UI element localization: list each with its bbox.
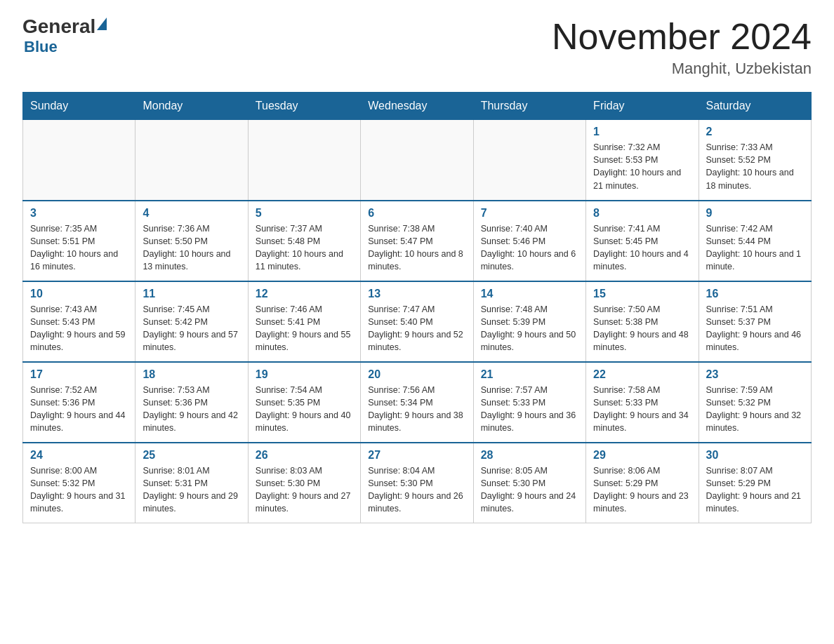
day-info: Sunrise: 7:41 AM Sunset: 5:45 PM Dayligh… [593,224,689,271]
day-number: 24 [30,449,128,462]
day-cell: 16Sunrise: 7:51 AM Sunset: 5:37 PM Dayli… [699,281,811,362]
day-cell [23,120,135,201]
day-number: 6 [368,207,465,220]
day-cell: 8Sunrise: 7:41 AM Sunset: 5:45 PM Daylig… [586,201,699,281]
day-cell: 10Sunrise: 7:43 AM Sunset: 5:43 PM Dayli… [23,281,135,362]
day-info: Sunrise: 8:07 AM Sunset: 5:29 PM Dayligh… [706,466,802,514]
logo-blue: Blue [24,38,58,56]
day-number: 9 [706,207,804,220]
day-cell: 30Sunrise: 8:07 AM Sunset: 5:29 PM Dayli… [699,443,811,523]
day-number: 27 [368,449,465,462]
day-cell: 3Sunrise: 7:35 AM Sunset: 5:51 PM Daylig… [23,201,135,281]
day-info: Sunrise: 7:51 AM Sunset: 5:37 PM Dayligh… [706,304,802,352]
day-cell: 6Sunrise: 7:38 AM Sunset: 5:47 PM Daylig… [361,201,473,281]
day-info: Sunrise: 8:01 AM Sunset: 5:31 PM Dayligh… [143,466,238,514]
day-number: 18 [143,368,240,381]
day-number: 22 [593,368,691,381]
day-number: 15 [593,288,691,300]
day-info: Sunrise: 7:45 AM Sunset: 5:42 PM Dayligh… [143,304,238,352]
day-info: Sunrise: 7:42 AM Sunset: 5:44 PM Dayligh… [706,224,802,271]
day-info: Sunrise: 8:00 AM Sunset: 5:32 PM Dayligh… [30,466,126,514]
page-header: General Blue November 2024 Manghit, Uzbe… [22,17,812,78]
day-info: Sunrise: 8:03 AM Sunset: 5:30 PM Dayligh… [256,466,351,514]
day-cell: 12Sunrise: 7:46 AM Sunset: 5:41 PM Dayli… [248,281,360,362]
day-info: Sunrise: 7:54 AM Sunset: 5:35 PM Dayligh… [256,385,351,433]
day-cell [135,120,248,201]
day-cell: 27Sunrise: 8:04 AM Sunset: 5:30 PM Dayli… [361,443,473,523]
day-info: Sunrise: 7:56 AM Sunset: 5:34 PM Dayligh… [368,385,463,433]
day-cell: 25Sunrise: 8:01 AM Sunset: 5:31 PM Dayli… [135,443,248,523]
day-number: 4 [143,207,240,220]
day-number: 17 [30,368,128,381]
day-info: Sunrise: 7:37 AM Sunset: 5:48 PM Dayligh… [256,224,343,271]
day-info: Sunrise: 7:32 AM Sunset: 5:53 PM Dayligh… [593,142,681,190]
day-cell [473,120,585,201]
week-row-2: 3Sunrise: 7:35 AM Sunset: 5:51 PM Daylig… [23,201,812,281]
weekday-header-saturday: Saturday [699,93,811,120]
day-cell: 23Sunrise: 7:59 AM Sunset: 5:32 PM Dayli… [699,362,811,443]
day-number: 23 [706,368,804,381]
week-row-4: 17Sunrise: 7:52 AM Sunset: 5:36 PM Dayli… [23,362,812,443]
day-cell: 22Sunrise: 7:58 AM Sunset: 5:33 PM Dayli… [586,362,699,443]
day-info: Sunrise: 7:52 AM Sunset: 5:36 PM Dayligh… [30,385,126,433]
day-cell: 24Sunrise: 8:00 AM Sunset: 5:32 PM Dayli… [23,443,135,523]
day-number: 26 [256,449,353,462]
day-info: Sunrise: 7:57 AM Sunset: 5:33 PM Dayligh… [481,385,576,433]
day-cell: 14Sunrise: 7:48 AM Sunset: 5:39 PM Dayli… [473,281,585,362]
day-info: Sunrise: 7:48 AM Sunset: 5:39 PM Dayligh… [481,304,576,352]
day-number: 11 [143,288,240,300]
week-row-5: 24Sunrise: 8:00 AM Sunset: 5:32 PM Dayli… [23,443,812,523]
day-info: Sunrise: 7:38 AM Sunset: 5:47 PM Dayligh… [368,224,463,271]
day-cell [361,120,473,201]
day-number: 19 [256,368,353,381]
day-cell: 9Sunrise: 7:42 AM Sunset: 5:44 PM Daylig… [699,201,811,281]
weekday-header-friday: Friday [586,93,699,120]
day-info: Sunrise: 7:46 AM Sunset: 5:41 PM Dayligh… [256,304,351,352]
day-number: 8 [593,207,691,220]
day-cell: 2Sunrise: 7:33 AM Sunset: 5:52 PM Daylig… [699,120,811,201]
logo-triangle-icon [97,18,107,30]
day-number: 28 [481,449,578,462]
day-info: Sunrise: 7:59 AM Sunset: 5:32 PM Dayligh… [706,385,802,433]
logo-general: General [22,17,95,36]
day-info: Sunrise: 7:43 AM Sunset: 5:43 PM Dayligh… [30,304,126,352]
day-info: Sunrise: 8:06 AM Sunset: 5:29 PM Dayligh… [593,466,689,514]
weekday-header-wednesday: Wednesday [361,93,473,120]
day-number: 12 [256,288,353,300]
weekday-header-monday: Monday [135,93,248,120]
day-number: 30 [706,449,804,462]
day-cell: 11Sunrise: 7:45 AM Sunset: 5:42 PM Dayli… [135,281,248,362]
month-title: November 2024 [552,17,812,57]
weekday-header-tuesday: Tuesday [248,93,360,120]
day-number: 13 [368,288,465,300]
day-number: 16 [706,288,804,300]
logo: General Blue [22,17,107,56]
day-number: 25 [143,449,240,462]
title-area: November 2024 Manghit, Uzbekistan [552,17,812,78]
day-number: 2 [706,126,804,138]
day-number: 21 [481,368,578,381]
day-info: Sunrise: 7:50 AM Sunset: 5:38 PM Dayligh… [593,304,689,352]
day-number: 20 [368,368,465,381]
day-cell: 4Sunrise: 7:36 AM Sunset: 5:50 PM Daylig… [135,201,248,281]
day-cell: 29Sunrise: 8:06 AM Sunset: 5:29 PM Dayli… [586,443,699,523]
day-info: Sunrise: 8:05 AM Sunset: 5:30 PM Dayligh… [481,466,576,514]
day-cell: 26Sunrise: 8:03 AM Sunset: 5:30 PM Dayli… [248,443,360,523]
day-number: 1 [593,126,691,138]
day-cell: 28Sunrise: 8:05 AM Sunset: 5:30 PM Dayli… [473,443,585,523]
day-cell: 20Sunrise: 7:56 AM Sunset: 5:34 PM Dayli… [361,362,473,443]
day-info: Sunrise: 7:53 AM Sunset: 5:36 PM Dayligh… [143,385,238,433]
day-info: Sunrise: 8:04 AM Sunset: 5:30 PM Dayligh… [368,466,463,514]
week-row-1: 1Sunrise: 7:32 AM Sunset: 5:53 PM Daylig… [23,120,812,201]
day-info: Sunrise: 7:36 AM Sunset: 5:50 PM Dayligh… [143,224,230,271]
day-info: Sunrise: 7:40 AM Sunset: 5:46 PM Dayligh… [481,224,576,271]
day-number: 14 [481,288,578,300]
location-title: Manghit, Uzbekistan [552,60,812,78]
day-info: Sunrise: 7:35 AM Sunset: 5:51 PM Dayligh… [30,224,118,271]
day-cell: 15Sunrise: 7:50 AM Sunset: 5:38 PM Dayli… [586,281,699,362]
day-cell: 21Sunrise: 7:57 AM Sunset: 5:33 PM Dayli… [473,362,585,443]
day-info: Sunrise: 7:58 AM Sunset: 5:33 PM Dayligh… [593,385,689,433]
day-cell: 13Sunrise: 7:47 AM Sunset: 5:40 PM Dayli… [361,281,473,362]
day-info: Sunrise: 7:47 AM Sunset: 5:40 PM Dayligh… [368,304,463,352]
week-row-3: 10Sunrise: 7:43 AM Sunset: 5:43 PM Dayli… [23,281,812,362]
